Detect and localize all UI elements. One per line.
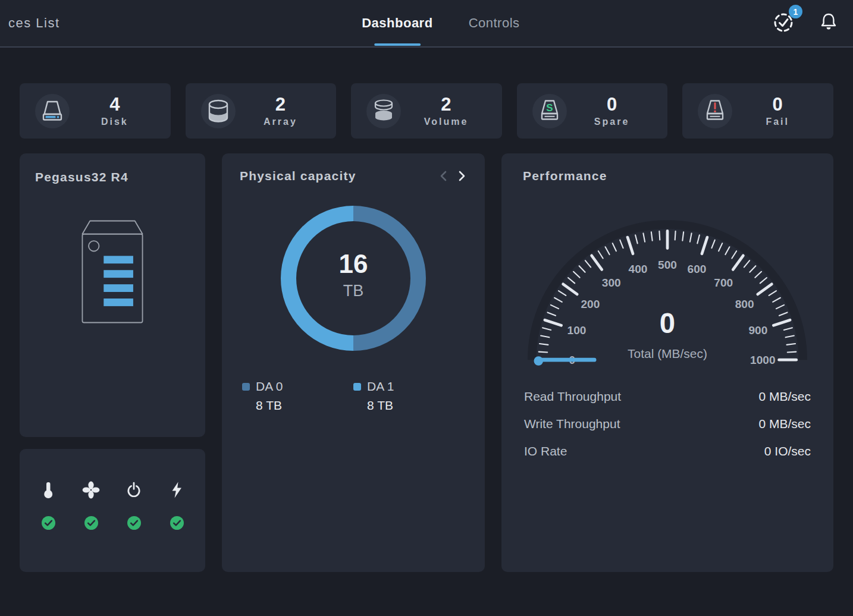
write-throughput-value: 0 MB/sec: [758, 417, 811, 431]
power-icon: [125, 481, 143, 501]
write-throughput-label: Write Throughput: [524, 417, 620, 431]
device-name: Pegasus32 R4: [35, 170, 190, 184]
power-ok-check-icon: [127, 516, 142, 533]
io-rate-value: 0 IO/sec: [764, 444, 811, 458]
card-fail-info: 0 Fail: [732, 95, 833, 127]
legend-item-da0: DA 0 8 TB: [242, 379, 353, 413]
disk-icon: [35, 94, 70, 128]
physical-capacity-panel: Physical capacity 16 TB: [222, 153, 485, 572]
svg-text:700: 700: [714, 276, 733, 289]
sensors-panel: [20, 449, 205, 572]
chevron-left-icon[interactable]: [438, 169, 448, 183]
legend-swatch-da1: [353, 383, 361, 391]
spare-count: 0: [607, 95, 617, 115]
fan-ok-check-icon: [84, 516, 99, 533]
chevron-right-icon[interactable]: [457, 169, 467, 183]
svg-text:100: 100: [567, 324, 587, 337]
array-label: Array: [264, 117, 297, 127]
card-fail[interactable]: 0 Fail: [682, 83, 833, 139]
volume-label: Volume: [424, 117, 469, 127]
notifications-button[interactable]: [818, 11, 839, 35]
temperature-ok-check-icon: [41, 516, 56, 533]
legend-item-da1: DA 1 8 TB: [353, 379, 465, 413]
notification-badge: 1: [789, 5, 802, 18]
gauge-caption: Total (MB/sec): [628, 347, 707, 360]
tab-dashboard-label: Dashboard: [362, 15, 432, 31]
svg-text:1000: 1000: [750, 354, 776, 366]
volume-count: 2: [441, 95, 451, 115]
legend-value-da1: 8 TB: [367, 398, 465, 413]
legend-name-da0: DA 0: [256, 379, 283, 394]
disk-label: Disk: [101, 117, 128, 127]
device-enclosure-illustration: [71, 218, 153, 326]
capacity-donut-chart: 16 TB: [281, 206, 426, 353]
card-spare[interactable]: S 0 Spare: [517, 83, 668, 139]
device-column: Pegasus32 R4: [20, 153, 205, 572]
tab-controls[interactable]: Controls: [469, 0, 520, 46]
thermometer-icon: [40, 481, 57, 501]
card-volume[interactable]: 2 Volume: [351, 83, 502, 139]
stat-row-write: Write Throughput 0 MB/sec: [524, 410, 811, 438]
tab-controls-label: Controls: [469, 15, 520, 31]
sensor-voltage: [168, 481, 186, 572]
gauge-needle: [534, 356, 595, 365]
tab-bar: Dashboard Controls: [362, 0, 519, 46]
card-disk-info: 4 Disk: [70, 95, 171, 127]
window-title: ces List: [8, 15, 60, 31]
capacity-legend: DA 0 8 TB DA 1 8 TB: [240, 379, 467, 413]
summary-cards-row: 4 Disk 2 Array 2 Volume: [20, 83, 833, 139]
svg-text:300: 300: [602, 276, 621, 289]
tab-dashboard[interactable]: Dashboard: [362, 0, 432, 46]
gauge-value: 0: [660, 307, 675, 339]
volume-icon: [366, 94, 401, 128]
active-tab-underline: [374, 43, 421, 46]
sensor-fan: [82, 481, 100, 572]
disk-count: 4: [109, 95, 120, 115]
system-check-button[interactable]: 1: [772, 10, 796, 36]
svg-text:500: 500: [658, 259, 677, 271]
legend-value-da0: 8 TB: [256, 398, 353, 413]
svg-text:900: 900: [748, 324, 767, 337]
dashboard-main: Pegasus32 R4: [20, 153, 833, 572]
svg-text:800: 800: [735, 298, 754, 310]
sensor-power: [125, 481, 143, 572]
performance-panel: Performance 0100200300400500600700800900…: [501, 153, 833, 572]
capacity-title: Physical capacity: [240, 169, 356, 183]
performance-stats: Read Throughput 0 MB/sec Write Throughpu…: [516, 383, 819, 465]
voltage-icon: [169, 481, 184, 501]
fail-label: Fail: [766, 117, 789, 127]
spare-label: Spare: [594, 117, 629, 127]
header-actions: 1: [772, 10, 839, 36]
fail-count: 0: [773, 95, 783, 115]
spare-icon: S: [532, 94, 567, 128]
top-bar: ces List Dashboard Controls 1: [0, 0, 853, 48]
card-spare-info: 0 Spare: [567, 95, 668, 127]
array-icon: [201, 94, 236, 128]
performance-gauge-chart: 01002003004005006007008009001000 0 Total…: [516, 197, 819, 370]
donut-total-value: 16: [339, 249, 368, 278]
card-volume-info: 2 Volume: [401, 95, 502, 127]
voltage-ok-check-icon: [170, 516, 184, 533]
card-array-info: 2 Array: [236, 95, 337, 127]
capacity-carousel-nav: [438, 169, 467, 183]
donut-total-unit: TB: [343, 282, 364, 300]
stat-row-read: Read Throughput 0 MB/sec: [524, 383, 811, 410]
stat-row-iorate: IO Rate 0 IO/sec: [524, 438, 811, 465]
svg-text:200: 200: [581, 298, 600, 310]
svg-text:600: 600: [688, 263, 707, 275]
bell-icon: [818, 11, 839, 35]
card-array[interactable]: 2 Array: [186, 83, 337, 139]
array-count: 2: [275, 95, 286, 115]
read-throughput-label: Read Throughput: [524, 389, 621, 404]
svg-text:400: 400: [629, 263, 648, 275]
svg-text:S: S: [546, 102, 553, 113]
sensor-temperature: [39, 481, 57, 572]
legend-swatch-da0: [242, 383, 250, 391]
device-panel: Pegasus32 R4: [20, 153, 205, 437]
performance-title: Performance: [516, 169, 819, 183]
card-disk[interactable]: 4 Disk: [20, 83, 171, 139]
io-rate-label: IO Rate: [524, 444, 567, 458]
fail-icon: [698, 94, 732, 128]
read-throughput-value: 0 MB/sec: [758, 389, 811, 404]
legend-name-da1: DA 1: [367, 379, 394, 394]
